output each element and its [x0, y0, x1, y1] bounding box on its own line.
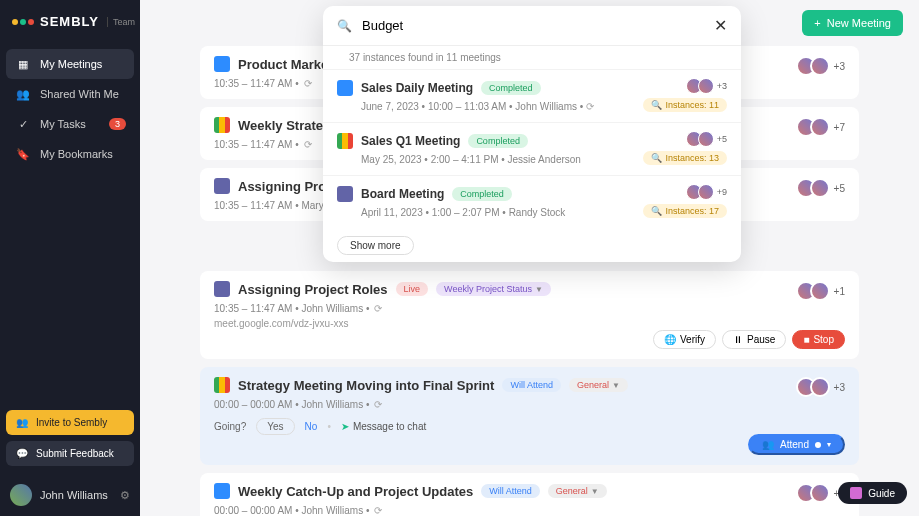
refresh-icon: ⟳: [374, 399, 382, 410]
tasks-badge: 3: [109, 118, 126, 130]
search-result[interactable]: Board Meeting Completed April 11, 2023 •…: [323, 175, 741, 228]
status-badge: Completed: [468, 134, 528, 148]
people-icon: 👥: [16, 87, 30, 101]
attendees[interactable]: +9: [690, 184, 727, 200]
search-result[interactable]: Sales Daily Meeting Completed June 7, 20…: [323, 69, 741, 122]
verify-button[interactable]: 🌐Verify: [653, 330, 716, 349]
tag-pill[interactable]: Weekly Project Status ▼: [436, 282, 551, 296]
guide-button[interactable]: Guide: [838, 482, 907, 504]
show-more-button[interactable]: Show more: [337, 236, 414, 255]
live-badge: Live: [396, 282, 429, 296]
logo: SEMBLY Team: [0, 0, 140, 43]
meet-icon: [337, 133, 353, 149]
refresh-icon: ⟳: [304, 139, 312, 150]
zoom-icon: [337, 80, 353, 96]
meeting-card[interactable]: Assigning Project Roles Live Weekly Proj…: [200, 271, 859, 359]
chat-icon: 💬: [16, 448, 28, 459]
status-badge: Completed: [452, 187, 512, 201]
nav-my-meetings[interactable]: ▦ My Meetings: [6, 49, 134, 79]
going-yes[interactable]: Yes: [256, 418, 294, 435]
pause-button[interactable]: ⏸Pause: [722, 330, 786, 349]
attendees[interactable]: +3: [802, 377, 845, 397]
invite-button[interactable]: 👥 Invite to Sembly: [6, 410, 134, 435]
tag-pill[interactable]: General ▼: [569, 378, 628, 392]
guide-icon: [850, 487, 862, 499]
nav-bookmarks[interactable]: 🔖 My Bookmarks: [6, 139, 134, 169]
refresh-icon: ⟳: [586, 101, 594, 112]
bookmark-icon: 🔖: [16, 147, 30, 161]
current-user[interactable]: John Williams ⚙: [0, 474, 140, 516]
zoom-icon: [214, 483, 230, 499]
attend-button[interactable]: 👥Attend▾: [748, 434, 845, 455]
attendees[interactable]: +7: [802, 117, 845, 137]
plus-icon: +: [814, 17, 820, 29]
meeting-link[interactable]: meet.google.com/vdz-jvxu-xxs: [214, 318, 845, 329]
will-attend-badge: Will Attend: [502, 378, 561, 392]
search-result[interactable]: Sales Q1 Meeting Completed May 25, 2023 …: [323, 122, 741, 175]
search-summary: 37 instances found in 11 meetings: [323, 46, 741, 69]
search-icon: 🔍: [337, 19, 352, 33]
instances-badge[interactable]: 🔍 Instances: 11: [643, 98, 727, 112]
going-no[interactable]: No: [305, 421, 318, 432]
meet-icon: [214, 117, 230, 133]
status-badge: Completed: [481, 81, 541, 95]
teams-icon: [214, 178, 230, 194]
search-input[interactable]: [362, 18, 704, 33]
user-avatar: [10, 484, 32, 506]
sidebar: SEMBLY Team ▦ My Meetings 👥 Shared With …: [0, 0, 140, 516]
refresh-icon: ⟳: [374, 303, 382, 314]
new-meeting-button[interactable]: + New Meeting: [802, 10, 903, 36]
attendees[interactable]: +3: [802, 56, 845, 76]
nav-shared[interactable]: 👥 Shared With Me: [6, 79, 134, 109]
search-panel: 🔍 ✕ 37 instances found in 11 meetings Sa…: [323, 6, 741, 262]
stop-button[interactable]: ■Stop: [792, 330, 845, 349]
add-user-icon: 👥: [16, 417, 28, 428]
close-icon[interactable]: ✕: [714, 16, 727, 35]
nav-tasks[interactable]: ✓ My Tasks 3: [6, 109, 134, 139]
attendees[interactable]: +3: [690, 78, 727, 94]
attendees[interactable]: +5: [690, 131, 727, 147]
meet-icon: [214, 377, 230, 393]
pause-icon: ⏸: [733, 334, 743, 345]
send-icon: ➤: [341, 421, 349, 432]
check-icon: ✓: [16, 117, 30, 131]
meeting-card[interactable]: Weekly Catch-Up and Project Updates Will…: [200, 473, 859, 516]
refresh-icon: ⟳: [304, 78, 312, 89]
message-chat-button[interactable]: ➤Message to chat: [341, 421, 426, 432]
attend-icon: 👥: [762, 439, 774, 450]
globe-icon: 🌐: [664, 334, 676, 345]
attendees[interactable]: +1: [802, 281, 845, 301]
zoom-icon: [214, 56, 230, 72]
attendees[interactable]: +5: [802, 178, 845, 198]
teams-icon: [214, 281, 230, 297]
instances-badge[interactable]: 🔍 Instances: 17: [643, 204, 727, 218]
will-attend-badge: Will Attend: [481, 484, 540, 498]
teams-icon: [337, 186, 353, 202]
tag-pill[interactable]: General ▼: [548, 484, 607, 498]
calendar-icon: ▦: [16, 57, 30, 71]
instances-badge[interactable]: 🔍 Instances: 13: [643, 151, 727, 165]
refresh-icon: ⟳: [374, 505, 382, 516]
settings-icon[interactable]: ⚙: [120, 489, 130, 502]
feedback-button[interactable]: 💬 Submit Feedback: [6, 441, 134, 466]
stop-icon: ■: [803, 334, 809, 345]
meeting-card[interactable]: Strategy Meeting Moving into Final Sprin…: [200, 367, 859, 465]
